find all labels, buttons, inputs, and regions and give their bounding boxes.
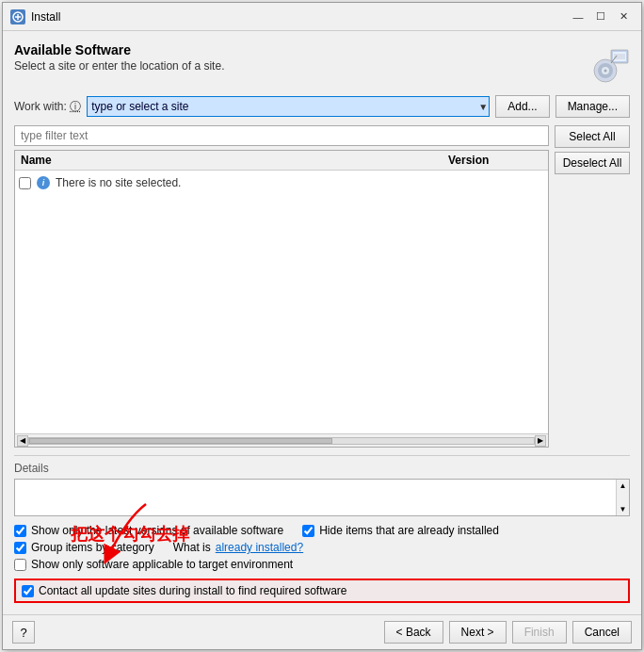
option-already-installed: What is already installed? xyxy=(173,541,303,554)
back-button[interactable]: < Back xyxy=(384,621,443,644)
scroll-left-btn[interactable]: ◀ xyxy=(17,435,28,447)
table-header: Name Version xyxy=(15,151,548,171)
details-label: Details xyxy=(14,462,630,475)
scroll-track[interactable] xyxy=(28,437,535,445)
row-checkbox[interactable] xyxy=(19,177,31,189)
next-button[interactable]: Next > xyxy=(449,621,507,644)
details-box: ▲ ▼ xyxy=(14,479,630,516)
page-title: Available Software xyxy=(14,42,224,57)
scroll-up-icon[interactable]: ▲ xyxy=(618,480,629,492)
table-col-name: Name xyxy=(21,154,448,167)
contact-label: Contact all update sites during install … xyxy=(39,584,347,597)
options-row-3: Show only software applicable to target … xyxy=(14,558,630,571)
titlebar: Install — ☐ ✕ xyxy=(3,3,641,31)
site-select[interactable]: type or select a site xyxy=(87,96,490,117)
minimize-button[interactable]: — xyxy=(568,8,588,26)
install-window: Install — ☐ ✕ Available Software Select … xyxy=(2,2,642,650)
contact-option-row: Contact all update sites during install … xyxy=(14,579,630,603)
opt-hide-label: Hide items that are already installed xyxy=(319,524,499,537)
disc-svg-icon xyxy=(585,42,630,88)
finish-button[interactable]: Finish xyxy=(512,621,567,644)
options-section: Show only the latest versions of availab… xyxy=(14,524,630,603)
header-icon xyxy=(585,42,630,88)
window-icon xyxy=(10,9,25,24)
horizontal-scrollbar[interactable]: ◀ ▶ xyxy=(15,433,548,447)
bottom-bar: ? < Back Next > Finish Cancel xyxy=(3,614,641,649)
details-scrollbar[interactable]: ▲ ▼ xyxy=(616,480,629,515)
select-all-button[interactable]: Select All xyxy=(555,125,630,148)
maximize-button[interactable]: ☐ xyxy=(590,8,611,26)
svg-point-11 xyxy=(604,70,607,73)
close-button[interactable]: ✕ xyxy=(613,8,634,26)
manage-button[interactable]: Manage... xyxy=(555,95,630,118)
content-area: Available Software Select a site or ente… xyxy=(3,31,641,614)
header-text: Available Software Select a site or ente… xyxy=(14,42,224,73)
table-row: i There is no site selected. xyxy=(19,174,544,191)
deselect-all-button[interactable]: Deselect All xyxy=(555,152,630,174)
opt-hide-checkbox[interactable] xyxy=(302,525,314,537)
opt-target-label: Show only software applicable to target … xyxy=(31,558,293,571)
scroll-down-icon[interactable]: ▼ xyxy=(618,503,629,515)
work-with-tooltip-marker[interactable]: ⓘ xyxy=(70,100,81,113)
info-icon[interactable]: i xyxy=(37,176,50,189)
row-text: There is no site selected. xyxy=(56,176,181,189)
page-subtitle: Select a site or enter the location of a… xyxy=(14,59,224,73)
header-section: Available Software Select a site or ente… xyxy=(14,42,630,88)
main-area: Name Version i There is no site selected… xyxy=(14,125,630,448)
side-buttons: Select All Deselect All xyxy=(555,125,630,448)
annotation-text: 把这个勾勾去掉 xyxy=(71,523,189,546)
help-button[interactable]: ? xyxy=(12,621,35,644)
option-hide-installed: Hide items that are already installed xyxy=(302,524,499,537)
filter-input[interactable] xyxy=(14,125,549,146)
window-controls: — ☐ ✕ xyxy=(568,8,634,26)
annotation-container: 把这个勾勾去掉 Contact all update sites during … xyxy=(14,575,630,603)
scroll-thumb[interactable] xyxy=(29,438,332,444)
contact-checkbox[interactable] xyxy=(22,585,34,597)
window-title: Install xyxy=(31,10,568,24)
opt-group-checkbox[interactable] xyxy=(14,542,26,554)
software-table: Name Version i There is no site selected… xyxy=(14,150,549,448)
table-body: i There is no site selected. xyxy=(15,171,548,433)
table-col-version: Version xyxy=(448,154,542,167)
cancel-button[interactable]: Cancel xyxy=(572,621,632,644)
add-button[interactable]: Add... xyxy=(495,95,549,118)
already-installed-link[interactable]: already installed? xyxy=(216,541,303,554)
filter-row xyxy=(14,125,549,146)
scroll-right-btn[interactable]: ▶ xyxy=(535,435,546,447)
opt-target-checkbox[interactable] xyxy=(14,559,26,571)
work-with-row: Work with: ⓘ type or select a site ▼ Add… xyxy=(14,95,630,118)
site-dropdown-wrapper: type or select a site ▼ xyxy=(87,96,490,117)
option-target-env: Show only software applicable to target … xyxy=(14,558,293,571)
opt-latest-checkbox[interactable] xyxy=(14,525,26,537)
work-with-label: Work with: ⓘ xyxy=(14,99,81,115)
details-section: Details ▲ ▼ xyxy=(14,455,630,516)
